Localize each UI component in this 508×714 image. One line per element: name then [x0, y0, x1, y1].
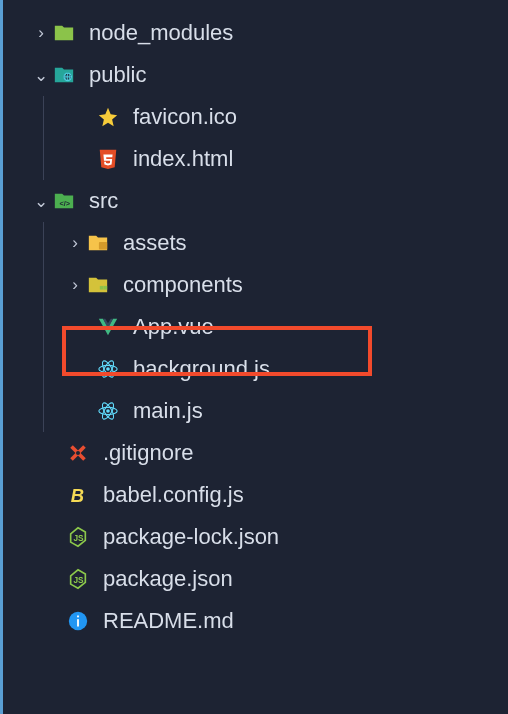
star-icon: [95, 106, 121, 128]
file-package-lock[interactable]: package-lock.json: [3, 516, 508, 558]
item-label: assets: [123, 230, 187, 256]
item-label: favicon.ico: [133, 104, 237, 130]
file-babel-config[interactable]: babel.config.js: [3, 474, 508, 516]
indent-guide: [43, 138, 44, 180]
chevron-down-icon: ⌄: [31, 191, 51, 212]
folder-public[interactable]: ⌄ public: [3, 54, 508, 96]
item-label: index.html: [133, 146, 233, 172]
item-label: background.js: [133, 356, 270, 382]
chevron-down-icon: ⌄: [31, 65, 51, 86]
babel-icon: [65, 484, 91, 506]
chevron-right-icon: ›: [65, 275, 85, 295]
folder-node-modules[interactable]: › node_modules: [3, 12, 508, 54]
item-label: components: [123, 272, 243, 298]
file-tree: › node_modules ⌄ public favicon.ico inde…: [3, 0, 508, 642]
chevron-right-icon: ›: [65, 233, 85, 253]
file-favicon[interactable]: favicon.ico: [3, 96, 508, 138]
item-label: App.vue: [133, 314, 214, 340]
file-main-js[interactable]: main.js: [3, 390, 508, 432]
file-background-js[interactable]: background.js: [3, 348, 508, 390]
indent-guide: [43, 96, 44, 138]
git-icon: [65, 442, 91, 464]
folder-public-icon: [51, 64, 77, 86]
folder-src[interactable]: ⌄ src: [3, 180, 508, 222]
item-label: node_modules: [89, 20, 233, 46]
item-label: main.js: [133, 398, 203, 424]
item-label: package-lock.json: [103, 524, 279, 550]
chevron-right-icon: ›: [31, 23, 51, 43]
file-package-json[interactable]: package.json: [3, 558, 508, 600]
item-label: README.md: [103, 608, 234, 634]
item-label: babel.config.js: [103, 482, 244, 508]
nodejs-icon: [65, 526, 91, 548]
vue-icon: [95, 316, 121, 338]
indent-guide: [43, 222, 44, 264]
indent-guide: [43, 306, 44, 348]
indent-guide: [43, 264, 44, 306]
nodejs-icon: [65, 568, 91, 590]
folder-assets[interactable]: › assets: [3, 222, 508, 264]
file-index-html[interactable]: index.html: [3, 138, 508, 180]
info-icon: [65, 610, 91, 632]
folder-components[interactable]: › components: [3, 264, 508, 306]
item-label: public: [89, 62, 146, 88]
item-label: src: [89, 188, 118, 214]
react-icon: [95, 358, 121, 380]
folder-components-icon: [85, 274, 111, 296]
file-app-vue[interactable]: App.vue: [3, 306, 508, 348]
item-label: .gitignore: [103, 440, 194, 466]
folder-icon: [51, 22, 77, 44]
indent-guide: [43, 348, 44, 390]
react-icon: [95, 400, 121, 422]
file-gitignore[interactable]: .gitignore: [3, 432, 508, 474]
item-label: package.json: [103, 566, 233, 592]
folder-src-icon: [51, 190, 77, 212]
html5-icon: [95, 148, 121, 170]
folder-assets-icon: [85, 232, 111, 254]
indent-guide: [43, 390, 44, 432]
file-readme[interactable]: README.md: [3, 600, 508, 642]
